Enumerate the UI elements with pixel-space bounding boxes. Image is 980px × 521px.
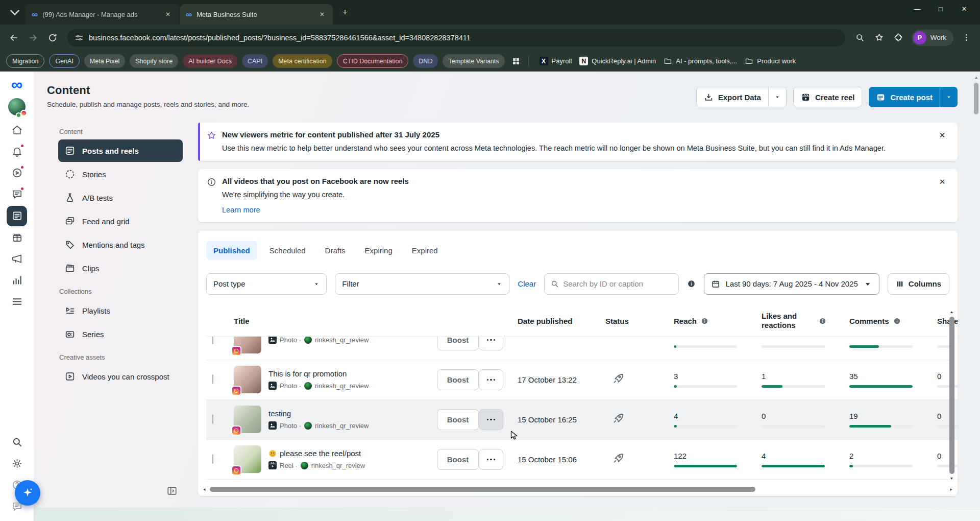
sidebar-item-posts-and-reels[interactable]: Posts and reels (58, 139, 183, 162)
rail-item-all-tools[interactable] (7, 292, 27, 312)
bookmark-ai-prompts-tools[interactable]: AI - prompts, tools,... (664, 57, 737, 65)
bookmark-meta-pixel[interactable]: Meta Pixel (84, 54, 125, 68)
bookmark-capi[interactable]: CAPI (242, 54, 268, 68)
collapse-sidebar-button[interactable] (166, 485, 178, 496)
table-vertical-scrollbar[interactable] (948, 310, 955, 481)
tab-search-button[interactable] (7, 5, 22, 20)
more-options-button[interactable] (479, 449, 503, 470)
forward-button[interactable] (24, 29, 42, 46)
rail-item-advertise[interactable] (7, 249, 27, 269)
browser-tab-ads-manager[interactable]: ∞ (99) Ads Manager - Manage ads ✕ (26, 4, 179, 25)
close-window-button[interactable]: ✕ (952, 0, 976, 17)
tab-published[interactable]: Published (206, 241, 257, 260)
sidebar-item-playlists[interactable]: Playlists (58, 299, 183, 322)
extensions-icon[interactable] (890, 29, 908, 46)
rail-item-inbox[interactable] (7, 184, 27, 205)
date-range-button[interactable]: Last 90 days: 7 Aug 2025 - 4 Nov 2025 (704, 273, 879, 295)
tab-drafts[interactable]: Drafts (318, 241, 353, 260)
tab-expiring[interactable]: Expiring (358, 241, 400, 260)
assistant-fab-button[interactable] (15, 480, 40, 506)
browser-profile-chip[interactable]: P Work (912, 30, 953, 46)
sidebar-item-series[interactable]: Series (58, 323, 183, 345)
bookmark-ctid-documentation[interactable]: CTID Documentation (337, 54, 409, 68)
minimize-button[interactable]: — (905, 0, 929, 17)
table-row[interactable]: please see the reel/post Reel · rinkesh_… (206, 440, 958, 480)
sidebar-item-mentions-and-tags[interactable]: Mentions and tags (58, 233, 183, 256)
rail-item-content[interactable] (7, 206, 27, 226)
bookmark-quickreply-ai-admin[interactable]: NQuickReply.ai | Admin (579, 57, 656, 65)
bookmark-dnd[interactable]: DND (413, 54, 438, 68)
sidebar-item-feed-and-grid[interactable]: Feed and grid (58, 210, 183, 232)
close-tab-icon[interactable]: ✕ (163, 10, 173, 19)
meta-logo[interactable]: ∞ (11, 78, 22, 92)
rail-item-ads-manager[interactable] (7, 163, 27, 183)
sidebar-item-a-b-tests[interactable]: A/B tests (58, 186, 183, 209)
rail-item-settings[interactable] (7, 453, 27, 473)
new-tab-button[interactable]: + (338, 5, 352, 19)
learn-more-link[interactable]: Learn more (222, 206, 260, 214)
bookmark-payroll[interactable]: XPayroll (540, 57, 572, 65)
address-bar[interactable]: business.facebook.com/latest/posts/publi… (67, 29, 845, 46)
rail-item-insights[interactable] (7, 270, 27, 291)
back-button[interactable] (5, 29, 22, 46)
info-icon[interactable] (701, 317, 708, 325)
sidebar-item-stories[interactable]: Stories (58, 163, 183, 185)
bookmark-star-icon[interactable] (871, 29, 888, 46)
bookmark-product-work[interactable]: Product work (745, 57, 796, 65)
columns-button[interactable]: Columns (888, 273, 949, 295)
bookmark-template-variants[interactable]: Template Variants (443, 54, 504, 68)
search-info-icon[interactable] (687, 279, 696, 288)
sidebar-item-videos-you-can-crosspost[interactable]: Videos you can crosspost (58, 365, 183, 388)
post-type-select[interactable]: Post type (206, 273, 327, 295)
row-checkbox[interactable] (212, 454, 213, 464)
close-tab-icon[interactable]: ✕ (317, 10, 327, 19)
search-input[interactable] (563, 279, 673, 288)
export-data-caret[interactable] (769, 87, 786, 107)
bookmark-ai-builder-docs[interactable]: AI builder Docs (183, 54, 237, 68)
export-data-button[interactable]: Export Data (696, 87, 787, 107)
filter-select[interactable]: Filter (335, 273, 509, 295)
row-checkbox[interactable] (212, 374, 213, 384)
table-row[interactable]: Photo · rinkesh_qr_review Boost (206, 337, 949, 360)
sidebar-item-clips[interactable]: Clips (58, 257, 183, 279)
bookmark-meta-certification[interactable]: Meta certification (273, 54, 332, 68)
create-reel-button[interactable]: Create reel (793, 87, 863, 107)
boost-button[interactable]: Boost (437, 409, 479, 430)
more-options-button[interactable] (479, 369, 503, 390)
rail-item-search[interactable] (7, 432, 27, 452)
tab-scheduled[interactable]: Scheduled (262, 241, 313, 260)
tab-expired[interactable]: Expired (405, 241, 445, 260)
apps-grid-icon[interactable] (511, 57, 521, 66)
bookmark-migration[interactable]: Migration (6, 54, 44, 68)
rail-item-home[interactable] (7, 120, 27, 140)
maximize-button[interactable]: □ (929, 0, 952, 17)
page-scrollbar[interactable] (973, 76, 979, 517)
bookmark-shopify-store[interactable]: Shopify store (130, 54, 178, 68)
row-checkbox[interactable] (212, 414, 213, 424)
rail-item-monetization[interactable] (7, 227, 27, 248)
info-icon[interactable] (819, 317, 826, 325)
create-post-caret[interactable] (940, 87, 958, 107)
table-row[interactable]: testing Photo · rinkesh_qr_review Boost … (206, 400, 958, 440)
table-row[interactable]: This is for qr promotion Photo · rinkesh… (206, 360, 958, 400)
info-icon[interactable] (893, 317, 901, 325)
bookmark-genai[interactable]: GenAI (49, 54, 79, 68)
more-options-button[interactable] (479, 337, 503, 350)
zoom-icon[interactable] (851, 29, 869, 46)
browser-menu-icon[interactable] (958, 29, 975, 46)
close-icon[interactable]: ✕ (937, 130, 947, 140)
table-horizontal-scrollbar[interactable] (202, 486, 953, 493)
boost-button[interactable]: Boost (437, 369, 479, 390)
rail-item-notifications[interactable] (7, 141, 27, 162)
boost-button[interactable]: Boost (437, 337, 479, 350)
row-checkbox[interactable] (212, 337, 213, 345)
clear-filters-link[interactable]: Clear (518, 279, 536, 288)
business-avatar[interactable] (8, 98, 26, 115)
boost-button[interactable]: Boost (437, 449, 479, 470)
more-options-button[interactable] (479, 409, 503, 430)
site-settings-icon[interactable] (75, 33, 84, 42)
reload-button[interactable] (44, 29, 61, 46)
create-post-button[interactable]: Create post (869, 87, 958, 107)
close-icon[interactable]: ✕ (937, 177, 947, 187)
search-box[interactable] (544, 273, 679, 295)
